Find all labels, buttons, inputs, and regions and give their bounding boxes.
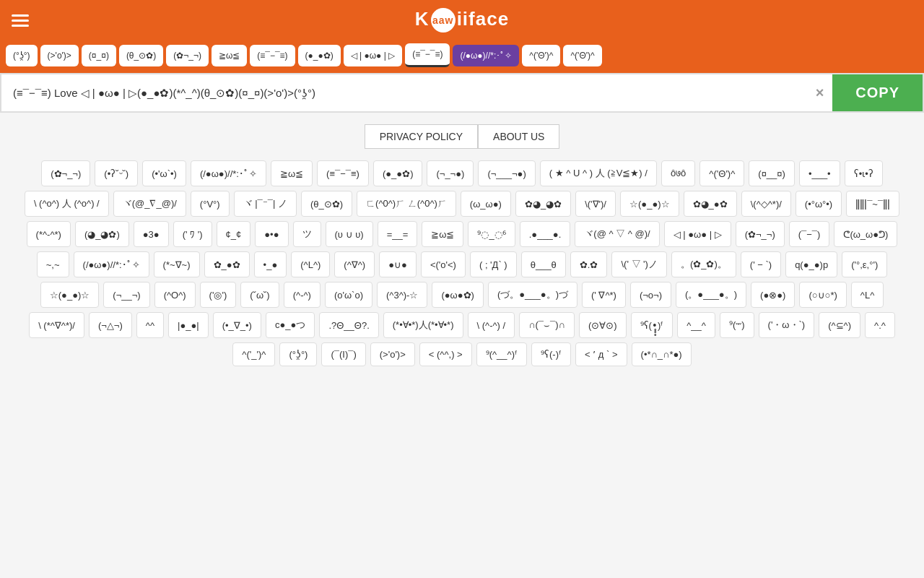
kaomoji-tile[interactable]: ツ	[293, 221, 321, 247]
kaomoji-tile[interactable]: ⁹ʕ(•̥̥̥)ᶠ	[631, 312, 674, 338]
kaomoji-tile[interactable]: <('o'<)	[421, 251, 466, 277]
kaomoji-tile[interactable]: ●∪●	[379, 251, 417, 277]
privacy-policy-link[interactable]: PRIVACY POLICY	[365, 124, 478, 149]
kaomoji-tile[interactable]: (¬△¬)	[89, 312, 132, 338]
kaomoji-tile[interactable]: ◁ | ●ω● | ▷	[664, 221, 731, 247]
kaomoji-tile[interactable]: (ω_ω●)	[461, 191, 511, 217]
kaomoji-tile[interactable]: ヾ(@_∇_@)/	[113, 191, 186, 217]
top-bar-btn[interactable]: ≧ω≦	[212, 45, 247, 66]
kaomoji-tile[interactable]: q(●_●)p	[785, 251, 837, 277]
kaomoji-tile[interactable]: |●_●|	[168, 312, 209, 338]
kaomoji-tile[interactable]: ( ; 'Д` )	[470, 251, 517, 277]
kaomoji-tile[interactable]: \(' ▽ ')ノ	[611, 251, 666, 277]
kaomoji-tile[interactable]: (•_∇_•)	[213, 312, 261, 338]
kaomoji-tile[interactable]: (*^-^*)	[27, 221, 71, 247]
kaomoji-tile[interactable]: (¯(I)¯)	[321, 342, 365, 366]
kaomoji-tile[interactable]: ⁹ʕ(-)ᶠ	[531, 342, 571, 366]
kaomoji-tile[interactable]: •_●	[254, 251, 287, 277]
kaomoji-tile[interactable]: (•'ω`•)	[142, 160, 186, 186]
kaomoji-tile[interactable]: (°V°)	[191, 191, 230, 217]
top-bar-btn[interactable]: (●_●✿)	[298, 45, 341, 66]
hamburger-menu[interactable]	[12, 14, 29, 27]
top-bar-btn[interactable]: (≡¯−¯≡)	[405, 43, 450, 67]
kaomoji-tile[interactable]: ≧ω≦	[422, 221, 463, 247]
kaomoji-tile[interactable]: ¢_¢	[217, 221, 251, 247]
top-bar-btn[interactable]: (✿¬_¬)	[166, 45, 209, 66]
kaomoji-tile[interactable]: 。(✿_✿)。	[671, 251, 736, 277]
kaomoji-tile[interactable]: (*•∀•*)人(*•∀•*)	[383, 312, 463, 338]
kaomoji-tile[interactable]: .?Θ__Θ?.	[319, 312, 378, 338]
kaomoji-tile[interactable]: ⁹(^__^)ᶠ	[476, 342, 527, 366]
kaomoji-tile[interactable]: .●___●.	[520, 221, 571, 247]
kaomoji-tile[interactable]: ヾ |¯⁻¯| ノ	[234, 191, 297, 217]
kaomoji-tile[interactable]: (◕_◕✿)	[75, 221, 129, 247]
kaomoji-tile[interactable]: (^⊆^)	[819, 312, 860, 338]
kaomoji-tile[interactable]: ᕦ(ω_ω●ᕤ)	[834, 221, 897, 247]
copy-button[interactable]: COPY	[832, 74, 923, 111]
kaomoji-tile[interactable]: (¬o¬)	[630, 282, 671, 308]
kaomoji-tile[interactable]: ô७ô	[661, 160, 695, 186]
top-bar-btn[interactable]: (θ_⊙✿)	[119, 45, 163, 66]
kaomoji-tile[interactable]: (o'ω`o)	[325, 282, 372, 308]
kaomoji-tile[interactable]: (⊙∀⊙)	[579, 312, 627, 338]
clear-button[interactable]: ×	[807, 85, 833, 101]
kaomoji-tile[interactable]: ☆(●_●)☆	[620, 191, 679, 217]
kaomoji-tile[interactable]: ^__^	[677, 312, 715, 338]
kaomoji-tile[interactable]: ●3●	[134, 221, 169, 247]
kaomoji-tile[interactable]: (¬__¬)	[103, 282, 149, 308]
kaomoji-tile[interactable]: < ʼ д ` >	[575, 342, 627, 366]
about-us-link[interactable]: ABOUT US	[478, 124, 559, 149]
kaomoji-tile[interactable]: ㄈ(^0^)ㄏ ㄥ(^0^)ㄏ	[357, 191, 456, 217]
kaomoji-tile[interactable]: \ (^-^) /	[468, 312, 515, 338]
kaomoji-tile[interactable]: (✿¬_¬)	[41, 160, 90, 186]
kaomoji-tile[interactable]: ǁǁǀ¯~¯ǁǀ	[846, 191, 899, 217]
kaomoji-tile[interactable]: (*~∇~)	[154, 251, 200, 277]
kaomoji-tile[interactable]: (°ʖ̯°)	[279, 342, 317, 366]
kaomoji-tile[interactable]: (≡¯−¯≡)	[317, 160, 369, 186]
kaomoji-tile[interactable]: (づ。●___●。)づ	[488, 282, 578, 308]
kaomoji-tile[interactable]: (。●___●。)	[676, 282, 746, 308]
kaomoji-tile[interactable]: (˘ω˘)	[240, 282, 279, 308]
kaomoji-tile[interactable]: ✿_●✿	[204, 251, 250, 277]
kaomoji-tile[interactable]: ('◎')	[200, 282, 237, 308]
top-bar-btn[interactable]: (/●ω●)//*:･ﾟ✧	[453, 45, 519, 66]
kaomoji-tile[interactable]: (υ ∪ υ)	[326, 221, 373, 247]
top-bar-btn[interactable]: (>'o')>	[40, 45, 79, 66]
kaomoji-tile[interactable]: (' ∇^*)	[582, 282, 626, 308]
kaomoji-tile[interactable]: (•*∩_∩*●)	[632, 342, 692, 366]
kaomoji-tile[interactable]: ∩(¯⌣¯)∩	[519, 312, 575, 338]
kaomoji-tile[interactable]: ~,~	[37, 251, 69, 277]
kaomoji-tile[interactable]: •___•	[799, 160, 840, 186]
kaomoji-tile[interactable]: \(^◇^*)/	[741, 191, 791, 217]
top-bar-btn[interactable]: (°ʖ̯°)	[6, 45, 38, 66]
kaomoji-tile[interactable]: =__=	[378, 221, 418, 247]
kaomoji-tile[interactable]: ✿◕_●✿	[684, 191, 737, 217]
kaomoji-tile[interactable]: (' ﾜ ')	[173, 221, 212, 247]
kaomoji-tile[interactable]: (^∇^)	[334, 251, 375, 277]
kaomoji-tile[interactable]: (>'o')>	[370, 342, 415, 366]
kaomoji-tile[interactable]: ^L^	[851, 282, 884, 308]
kaomoji-tile[interactable]: (•ʔ˘ᵕ˘)	[95, 160, 138, 186]
top-bar-btn[interactable]: ^('Θ')^	[522, 45, 560, 66]
kaomoji-tile[interactable]: (/●ω●)//*:･ﾟ✧	[74, 251, 149, 277]
kaomoji-tile[interactable]: \('∇')/	[575, 191, 616, 217]
kaomoji-tile[interactable]: (' − `)	[741, 251, 781, 277]
kaomoji-tile[interactable]: (●⊗●)	[751, 282, 795, 308]
kaomoji-tile[interactable]: ^.^	[865, 312, 895, 338]
kaomoji-tile[interactable]: \ (*^∇^*)/	[29, 312, 84, 338]
kaomoji-tile[interactable]: \ (^o^) 人 (^o^) /	[25, 191, 109, 217]
kaomoji-tile[interactable]: ^^	[136, 312, 164, 338]
kaomoji-tile[interactable]: (●_●✿)	[373, 160, 423, 186]
kaomoji-tile[interactable]: ≧ω≦	[271, 160, 313, 186]
kaomoji-tile[interactable]: ^('Θ')^	[699, 160, 744, 186]
kaomoji-tile[interactable]: ✿.✿	[570, 251, 608, 277]
top-bar-btn[interactable]: (≡¯−¯≡)	[250, 45, 295, 66]
kaomoji-tile[interactable]: ☆(●_●)☆	[40, 282, 100, 308]
kaomoji-tile[interactable]: ('・ω・`)	[759, 312, 815, 338]
kaomoji-tile[interactable]: θ___θ	[521, 251, 566, 277]
top-bar-btn[interactable]: ^('Θ')^	[563, 45, 601, 66]
kaomoji-tile[interactable]: ⁹◌_◌⁶	[468, 221, 515, 247]
kaomoji-tile[interactable]: (✿¬_¬)	[736, 221, 785, 247]
kaomoji-tile[interactable]: (○∪○*)	[799, 282, 846, 308]
top-bar-btn[interactable]: ◁ | ●ω● | ▷	[344, 45, 402, 66]
